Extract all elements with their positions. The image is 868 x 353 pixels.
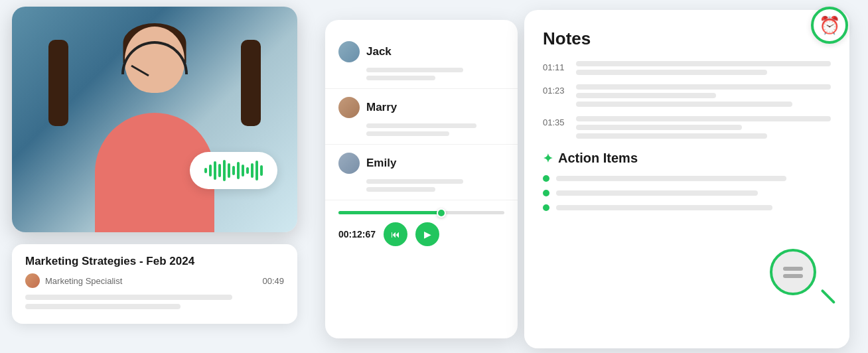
contacts-panel: Jack Marry Emily [325, 20, 518, 338]
video-background [12, 7, 297, 232]
notes-skels-3 [576, 116, 831, 139]
contact-name-emily: Emily [366, 157, 396, 170]
wave-bar-11 [251, 163, 253, 178]
notes-line-3: 01:35 [543, 116, 831, 139]
person-hair-left [48, 40, 68, 126]
clock-badge: ⏰ [811, 7, 848, 44]
info-card: Marketing Strategies - Feb 2024 Marketin… [12, 244, 297, 324]
bullet-dot-3 [543, 204, 549, 211]
wave-bar-8 [237, 162, 240, 179]
contact-skel-emily-2 [366, 187, 435, 192]
notes-timestamp-3: 01:35 [543, 116, 568, 127]
note-skel-2a [576, 84, 831, 90]
contact-avatar-marry [338, 97, 360, 118]
progress-dot [437, 208, 446, 218]
progress-area: 00:12:67 ⏮ ▶ [325, 200, 518, 246]
notes-line-1: 01:11 [543, 61, 831, 75]
note-skel-2c [576, 102, 792, 107]
info-card-avatar [25, 273, 40, 288]
action-skel-1 [556, 176, 786, 181]
notes-timestamp-2: 01:23 [543, 84, 568, 96]
note-skel-3b [576, 125, 742, 130]
notes-line-2: 01:23 [543, 84, 831, 107]
progress-bar-track[interactable] [338, 211, 504, 214]
person-hair-right [241, 40, 261, 126]
wave-bar-6 [228, 163, 230, 178]
contact-skel-emily-1 [366, 179, 463, 184]
contact-name-row-emily: Emily [338, 153, 504, 174]
contact-name-row-marry: Marry [338, 97, 504, 118]
waveform-bubble [190, 152, 277, 189]
magnify-overlay [770, 249, 830, 309]
magnify-inner-line-1 [783, 267, 803, 271]
bullet-dot-2 [543, 190, 549, 196]
sparkle-icon: ✦ [543, 151, 553, 166]
wave-bar-4 [218, 164, 221, 177]
contact-item-jack: Jack [325, 33, 518, 89]
wave-bar-9 [242, 165, 244, 176]
wave-bar-3 [214, 161, 216, 180]
info-card-role: Marketing Specialist [45, 276, 257, 286]
headset [121, 41, 188, 74]
clock-icon: ⏰ [819, 15, 840, 36]
contact-skel-marry-2 [366, 131, 449, 136]
skeleton-line-1 [25, 295, 232, 300]
info-card-subtitle-row: Marketing Specialist 00:49 [25, 273, 284, 288]
notes-panel: Notes 01:11 01:23 01:35 ✦ Action Items [524, 10, 849, 348]
contact-name-marry: Marry [366, 101, 397, 114]
player-time: 00:12:67 [338, 229, 376, 240]
progress-bar-fill [338, 211, 441, 214]
note-skel-3a [576, 116, 831, 121]
note-skel-1a [576, 61, 831, 66]
contact-item-emily: Emily [325, 145, 518, 200]
contact-skel-jack-2 [366, 76, 435, 80]
person-head [125, 27, 184, 93]
contact-skel-marry-1 [366, 123, 476, 128]
wave-bar-10 [246, 167, 249, 174]
contact-skels-marry [338, 123, 504, 136]
notes-skels-1 [576, 61, 831, 75]
bullet-dot-1 [543, 175, 549, 182]
action-item-row-1 [543, 175, 831, 182]
wave-bar-12 [255, 161, 258, 180]
action-items-label: Action Items [558, 151, 638, 166]
contact-avatar-emily [338, 153, 360, 174]
wave-bar-1 [204, 168, 207, 173]
rewind-button[interactable]: ⏮ [384, 222, 407, 246]
magnify-circle [770, 249, 816, 295]
contact-skels-jack [338, 68, 504, 80]
play-button[interactable]: ▶ [415, 222, 439, 246]
contact-skel-jack-1 [366, 68, 463, 72]
contact-avatar-jack [338, 41, 360, 62]
action-item-row-3 [543, 204, 831, 211]
notes-skels-2 [576, 84, 831, 107]
notes-title: Notes [543, 29, 831, 49]
action-skel-3 [556, 205, 772, 210]
wave-bar-13 [260, 165, 263, 176]
action-item-row-2 [543, 190, 831, 196]
wave-bar-7 [232, 166, 235, 175]
player-controls: 00:12:67 ⏮ ▶ [338, 222, 504, 246]
wave-bar-2 [209, 165, 212, 176]
video-card [12, 7, 297, 232]
action-items-title: ✦ Action Items [543, 151, 831, 166]
note-skel-3c [576, 133, 767, 139]
notes-timestamp-1: 01:11 [543, 61, 568, 72]
contact-item-marry: Marry [325, 89, 518, 145]
contact-name-row-jack: Jack [338, 41, 504, 62]
note-skel-2b [576, 93, 716, 98]
magnify-handle [821, 289, 836, 305]
wave-bar-5 [223, 160, 226, 181]
action-skel-2 [556, 190, 758, 196]
info-card-time: 00:49 [262, 276, 284, 286]
action-items-section: ✦ Action Items [543, 151, 831, 211]
contact-name-jack: Jack [366, 45, 392, 58]
note-skel-1b [576, 70, 767, 75]
skeleton-line-2 [25, 304, 181, 309]
magnify-inner-line-2 [783, 274, 803, 278]
info-card-title: Marketing Strategies - Feb 2024 [25, 255, 284, 268]
contact-skels-emily [338, 179, 504, 192]
